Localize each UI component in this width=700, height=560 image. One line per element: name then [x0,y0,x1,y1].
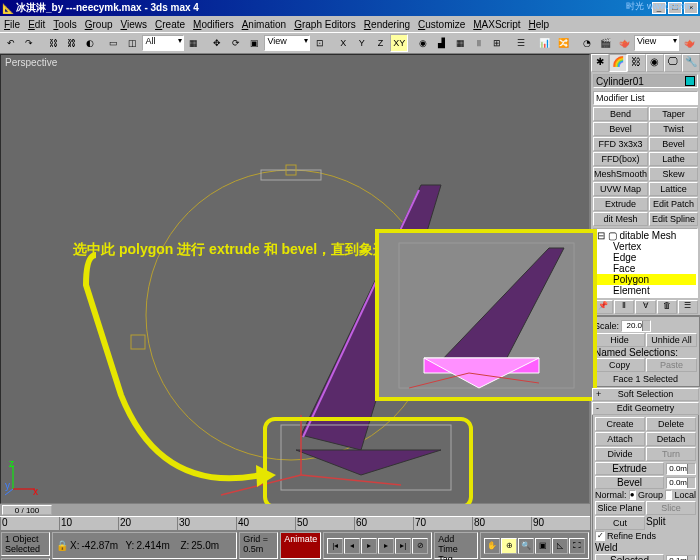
create-button[interactable]: Create [595,417,645,431]
refine-ends-check[interactable]: ✓ [595,531,605,541]
cut-button[interactable]: Cut [595,516,645,530]
quick-render-icon[interactable]: 🫖 [615,34,633,52]
axis-y-button[interactable]: Y [353,34,371,52]
render-scene-icon[interactable]: 🎬 [597,34,615,52]
scale-spinner[interactable]: 20.0 [621,320,651,332]
slice-plane-button[interactable]: Slice Plane [595,501,645,515]
stack-sub-face[interactable]: Face [595,263,696,274]
modbtn-bend[interactable]: Bend [593,107,648,121]
turn-button[interactable]: Turn [646,447,696,461]
scale-icon[interactable]: ▣ [246,34,264,52]
menu-views[interactable]: Views [121,19,148,30]
move-icon[interactable]: ✥ [208,34,226,52]
bevel-button[interactable]: Bevel [595,476,664,489]
axis-x-button[interactable]: X [334,34,352,52]
edit-geometry-rollout[interactable]: Edit Geometry [592,402,699,415]
coord-x[interactable]: -42.87m [81,540,123,551]
prev-frame-icon[interactable]: ◂ [344,538,360,554]
undo-icon[interactable]: ↶ [2,34,20,52]
array-icon[interactable]: ▦ [451,34,469,52]
timeline-ruler[interactable]: 0102030405060708090100 [0,516,590,530]
arc-rotate-icon[interactable]: ⊕ [501,538,517,554]
time-slider-bar[interactable]: 0 / 100 [0,504,590,516]
ik-icon[interactable]: ◉ [414,34,432,52]
schematic-icon[interactable]: 🔀 [554,34,572,52]
zoom-icon[interactable]: 🔍 [518,538,534,554]
menu-edit[interactable]: Edit [28,19,45,30]
fov-icon[interactable]: ◺ [552,538,568,554]
modbtn-lathe[interactable]: Lathe [649,152,698,166]
modbtn-skew[interactable]: Skew [649,167,698,181]
align-icon[interactable]: ⫴ [470,34,488,52]
named-sel-icon[interactable]: ☰ [512,34,530,52]
redo-icon[interactable]: ↷ [21,34,39,52]
modbtn-taper[interactable]: Taper [649,107,698,121]
rotate-icon[interactable]: ⟳ [227,34,245,52]
mirror-icon[interactable]: ▟ [433,34,451,52]
coord-y[interactable]: 2.414m [136,540,178,551]
bevel-spinner[interactable]: 0.0m [666,477,696,489]
next-frame-icon[interactable]: ▸ [378,538,394,554]
modbtn-ffdbox[interactable]: FFD(box) [593,152,648,166]
unhide-all-button[interactable]: Unhide All [646,333,697,347]
menu-modifiers[interactable]: Modifiers [193,19,234,30]
time-tag[interactable]: Add Time Tag [434,532,478,559]
pivot-icon[interactable]: ⊡ [311,34,329,52]
configure-icon[interactable]: ☰ [678,300,698,314]
detach-button[interactable]: Detach [646,432,696,446]
show-end-icon[interactable]: Ⅱ [614,300,634,314]
menu-maxscript[interactable]: MAXScript [473,19,520,30]
render-type-combo[interactable]: View [634,35,679,51]
tab-modify-icon[interactable]: 🌈 [609,54,627,72]
copy-sel-button[interactable]: Copy [594,358,645,372]
tab-utilities-icon[interactable]: 🔧 [682,54,700,72]
divide-button[interactable]: Divide [595,447,645,461]
goto-end-icon[interactable]: ▸| [395,538,411,554]
goto-start-icon[interactable]: |◂ [327,538,343,554]
menu-customize[interactable]: Customize [418,19,465,30]
extrude-spinner[interactable]: 0.0m [666,463,696,475]
attach-button[interactable]: Attach [595,432,645,446]
coord-z[interactable]: 25.0m [191,540,233,551]
hide-button[interactable]: Hide [594,333,645,347]
pan-icon[interactable]: ✋ [484,538,500,554]
menu-rendering[interactable]: Rendering [364,19,410,30]
modbtn-editpatch[interactable]: Edit Patch [649,197,698,211]
animate-button[interactable]: Animate [280,532,321,559]
modbtn-meshsmooth[interactable]: MeshSmooth [593,167,648,181]
unique-icon[interactable]: ∀ [635,300,655,314]
extrude-button[interactable]: Extrude [595,462,664,475]
tab-create-icon[interactable]: ✱ [591,54,609,72]
weld-threshold-spinner[interactable]: 0.1m [666,555,696,561]
stack-modifier[interactable]: ditable Mesh [620,230,677,241]
axis-z-button[interactable]: Z [372,34,390,52]
tab-motion-icon[interactable]: ◉ [646,54,664,72]
stack-sub-edge[interactable]: Edge [595,252,696,263]
tab-display-icon[interactable]: 🖵 [664,54,682,72]
modbtn-extrude[interactable]: Extrude [593,197,648,211]
modbtn-twist[interactable]: Twist [649,122,698,136]
modbtn-lattice[interactable]: Lattice [649,182,698,196]
normal-group-radio[interactable]: ● [629,490,636,500]
key-mode-icon[interactable]: ⊘ [412,538,428,554]
link-icon[interactable]: ⛓ [44,34,62,52]
normal-local-radio[interactable] [665,490,672,500]
object-color-swatch[interactable] [685,76,695,86]
modifier-stack[interactable]: ⊟ ▢ ditable Mesh Vertex Edge Face Polygo… [593,228,698,298]
bind-icon[interactable]: ◐ [82,34,100,52]
lock-icon[interactable]: 🔒 [56,540,68,551]
menu-file[interactable]: File [4,19,20,30]
axis-xy-button[interactable]: XY [390,34,408,52]
modifier-list-combo[interactable]: Modifier List [593,91,698,105]
menu-tools[interactable]: Tools [53,19,76,30]
stack-sub-vertex[interactable]: Vertex [595,241,696,252]
modbtn-bevel[interactable]: Bevel [593,122,648,136]
time-slider[interactable]: 0 / 100 [2,505,52,515]
modbtn-uvwmap[interactable]: UVW Map [593,182,648,196]
refcoord-combo[interactable]: View [264,35,309,51]
stack-sub-polygon[interactable]: Polygon [595,274,696,285]
slice-button[interactable]: Slice [646,501,696,515]
material-icon[interactable]: ◔ [578,34,596,52]
weld-selected-button[interactable]: Selected [595,554,664,560]
modbtn-ffd3x3x3[interactable]: FFD 3x3x3 [593,137,648,151]
